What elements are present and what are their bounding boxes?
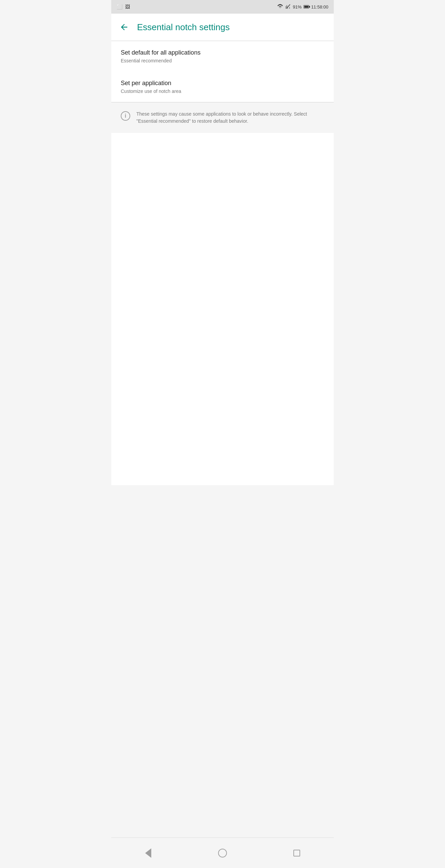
notification-icon: ⬜ — [117, 4, 122, 9]
info-text: These settings may cause some applicatio… — [136, 111, 324, 125]
settings-item-per-app-subtitle: Customize use of notch area — [121, 88, 324, 94]
nav-back-button[interactable] — [138, 843, 158, 863]
signal-icon — [285, 4, 291, 10]
info-icon: i — [121, 111, 130, 121]
content-area: Set default for all applications Essenti… — [111, 41, 334, 485]
page-title: Essential notch settings — [137, 22, 230, 33]
nav-back-icon — [145, 848, 151, 858]
nav-home-icon — [218, 849, 227, 857]
settings-item-default-subtitle: Essential recommended — [121, 58, 324, 63]
back-button[interactable] — [118, 21, 130, 33]
navigation-bar — [111, 837, 334, 868]
image-icon: 🖼 — [125, 4, 130, 9]
app-bar: Essential notch settings — [111, 14, 334, 41]
settings-item-default-title: Set default for all applications — [121, 49, 324, 56]
battery-icon — [304, 5, 309, 8]
status-bar-left: ⬜ 🖼 — [117, 4, 130, 9]
nav-home-button[interactable] — [212, 843, 233, 863]
nav-recents-button[interactable] — [287, 843, 307, 863]
settings-item-per-app-title: Set per application — [121, 80, 324, 87]
info-section: i These settings may cause some applicat… — [111, 102, 334, 133]
settings-item-per-app[interactable]: Set per application Customize use of not… — [111, 72, 334, 102]
content-spacer — [111, 485, 334, 837]
settings-item-default[interactable]: Set default for all applications Essenti… — [111, 41, 334, 72]
battery-percent: 91% — [293, 4, 302, 9]
wifi-icon — [277, 3, 283, 11]
status-bar-right: 91% 11:58:00 — [277, 3, 328, 11]
status-bar: ⬜ 🖼 91% 11:58:00 — [111, 0, 334, 14]
status-time: 11:58:00 — [311, 4, 328, 9]
nav-recents-icon — [293, 850, 300, 856]
